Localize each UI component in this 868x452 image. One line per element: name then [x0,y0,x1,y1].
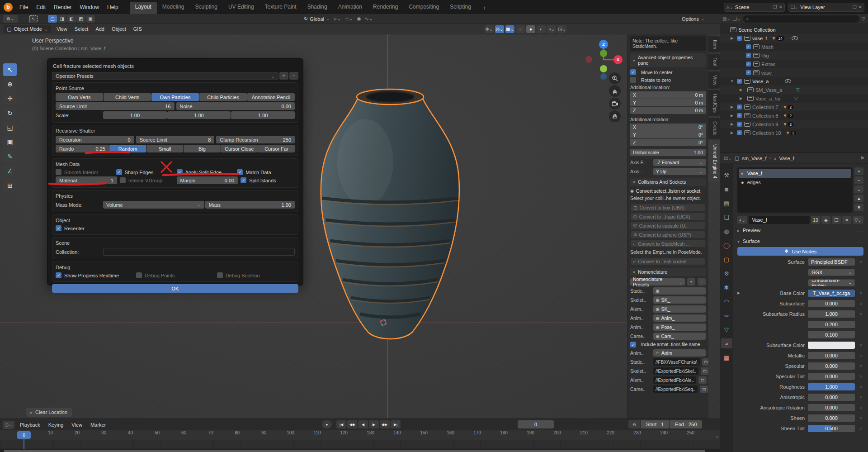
random-factor-field[interactable]: Rando0.25 [56,145,109,152]
toolbar-tool-button[interactable]: ⊕ [3,78,17,90]
collection-input[interactable] [103,248,295,256]
toolbar-tool-button[interactable]: ✛ [3,92,17,105]
add-preset-button[interactable]: + [687,278,695,285]
animate-dot-icon[interactable]: ○ [858,395,863,400]
snap-magnet-icon[interactable]: ∪⌄ [333,16,341,22]
zoom-icon[interactable] [609,72,621,84]
topbar-menu[interactable]: Edit [32,3,50,12]
timeline-scrollbar[interactable] [0,449,720,452]
gizmo-y-axis[interactable] [600,65,607,72]
field-control[interactable]: T_Vase_f_bc.tga [808,290,855,297]
split-islands-checkbox[interactable]: Split Islands [241,176,295,184]
properties-tab[interactable]: ▢ [721,254,732,264]
nomenclature-header[interactable]: ▾Nomenclature [630,268,706,276]
ok-button[interactable]: OK [52,284,298,293]
advanced-properties-header[interactable]: ▾Avanced object properties pane [630,53,706,67]
convert-socket-button[interactable]: ⌐Convert to ..esh socket [630,257,706,265]
animate-dot-icon[interactable]: ○ [858,301,863,306]
workspace-tab[interactable]: Layout [130,2,157,14]
outliner-row[interactable]: ▶ Collection 8 ▼2 [720,111,868,120]
nomenclature-presets-dropdown[interactable]: Nomenclature Presets⌄ [630,278,685,285]
convert-button-disabled[interactable]: ⬡Convert to ..hape (UCX) [630,213,706,220]
gizmo-toggle-icon[interactable]: ✥⌄ [485,25,494,33]
margin-field[interactable]: Margin0.00 [177,176,238,184]
prefix-input[interactable]: ▣Cam_ [653,333,706,340]
camera-view-icon[interactable] [609,98,621,109]
outliner-editor-icon[interactable]: ▤⌄ [722,16,731,21]
convert-button-disabled[interactable]: ⊕Convert to sphere (USP) [630,231,706,238]
recursion-field[interactable]: Recursion0 [56,136,134,143]
properties-tab[interactable]: ▽ [721,324,732,334]
overlays-toggle-icon[interactable]: ◎⌄ [495,25,504,33]
playhead[interactable] [24,438,24,449]
view-layer-selector[interactable]: ❏⌄ View Layer ❐ ✕ [788,3,864,12]
viewport-menu[interactable]: Add [92,25,108,33]
animate-dot-icon[interactable]: ○ [858,374,863,379]
filter-icon[interactable]: ▽ [862,16,865,21]
prefix-input[interactable]: ▣SK_ [653,296,706,304]
expand-icon[interactable]: ▶ [729,36,735,40]
preview-section[interactable]: ▸Preview:::: [737,226,863,235]
rotation-field[interactable]: Y0° [630,131,706,138]
slot-button[interactable]: ⌄ [854,186,863,193]
options-dropdown[interactable]: Options⌄ [682,16,704,22]
properties-tab[interactable]: ▦ [721,352,732,362]
convert-button-disabled[interactable]: ▢Convert to box (UBX) [630,204,706,211]
move-to-center-checkbox[interactable]: Move to center [630,69,706,75]
vase-object[interactable] [316,85,465,343]
animate-dot-icon[interactable]: ○ [858,364,863,368]
animate-dot-icon[interactable]: ○ [858,416,863,420]
point-source-button[interactable]: Child Verts [104,93,151,101]
fake-user-shield-icon[interactable]: ◈ [821,216,830,224]
field-control[interactable]: 0.000 [808,373,855,380]
field-control[interactable]: 0.000 [808,362,855,370]
transport-button[interactable]: ▶| [391,420,401,428]
field-control[interactable]: 1.000 [808,310,855,318]
outliner-row[interactable]: Extras [720,60,868,68]
toolbar-tool-button[interactable]: ⊞ [3,179,17,192]
path-input[interactable]: //ExportedFbx\Seq.. [653,385,698,393]
field-control[interactable]: GGX [808,269,855,276]
select-mode-subtract[interactable]: ◧ [67,15,76,23]
field-control[interactable]: 0.000 [808,300,855,307]
sidebar-tab[interactable]: Item [708,36,720,52]
field-control[interactable]: 0.000 [808,352,855,359]
animate-dot-icon[interactable]: ○ [858,405,863,410]
animate-dot-icon[interactable]: ○ [858,385,863,389]
record-button[interactable]: ● [322,420,332,428]
add-workspace-button[interactable]: + [477,3,491,13]
source-limit-field[interactable]: Source Limit16 [56,102,175,110]
properties-tab[interactable]: ◕ [721,338,732,348]
pan-hand-icon[interactable] [609,85,621,97]
properties-editor-icon[interactable]: ▤⌄ [724,156,732,161]
collection-checkbox[interactable] [737,105,742,109]
gizmo-z-neg[interactable] [600,73,607,80]
scale-field[interactable]: 1.00 [103,111,167,119]
material-name-field[interactable]: Vase_f [749,216,810,224]
use-nodes-button[interactable]: ❖Use Nodes [737,247,863,256]
field-control[interactable]: 0.000 [808,394,855,401]
workspace-tab[interactable]: Sculpting [190,2,223,14]
rotation-field[interactable]: X0° [630,124,706,131]
visibility-toggle[interactable] [785,79,791,83]
collection-checkbox[interactable] [746,44,751,49]
field-control[interactable]: Christensen-Burley [808,279,855,286]
active-tool-icon[interactable]: ↖ [29,15,38,23]
slot-button[interactable]: − [854,176,863,184]
animate-dot-icon[interactable]: ○ [858,260,863,264]
workspace-tab[interactable]: Compositing [403,2,444,14]
outliner-row[interactable]: ▼ Vase_a [720,77,868,86]
surface-section[interactable]: ▾Surface:::: [737,237,863,246]
topbar-menu[interactable]: Window [75,3,103,12]
stopwatch-icon[interactable]: ◴ [628,420,640,428]
breadcrumb-material[interactable]: Vase_f [779,156,794,161]
outliner-row[interactable]: ▶ Vase_a_hp ▽ [720,94,868,103]
transport-button[interactable]: ▶ [369,420,379,428]
toolbar-tool-button[interactable]: ✎ [3,150,17,163]
mesh-data-checkbox[interactable]: Apply Split Edge [177,169,235,175]
properties-tab[interactable]: ❏ [721,212,732,222]
sidebar-tab[interactable]: Unreal Engine 4 [708,141,720,182]
display-mode-icon[interactable]: ❏⌄ [733,16,741,21]
pin-icon[interactable]: ⚑ [860,156,864,161]
remove-preset-button[interactable]: − [289,72,298,80]
